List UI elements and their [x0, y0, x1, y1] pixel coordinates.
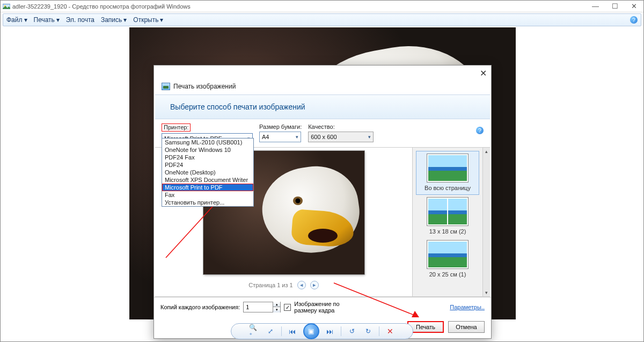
scroll-down-icon[interactable]: ▾	[483, 289, 490, 296]
dialog-help-icon[interactable]: ?	[476, 127, 484, 134]
quality-label: Качество:	[308, 123, 374, 130]
page-counter-text: Страница 1 из 1	[248, 282, 292, 288]
slideshow-button[interactable]: ▣	[303, 323, 319, 339]
next-page-button[interactable]: ►	[310, 281, 319, 289]
paper-size-combobox[interactable]: A4▾	[259, 132, 301, 142]
spinner-up-icon[interactable]: ▴	[273, 302, 280, 307]
zoom-button[interactable]: 🔍⁺	[249, 326, 260, 337]
paper-size-label: Размер бумаги:	[259, 123, 302, 130]
viewer-area: ✕ Печать изображений Выберите способ печ…	[1, 27, 643, 320]
window-titlebar: adler-3522239_1920 - Средство просмотра …	[1, 1, 643, 12]
next-image-button[interactable]: ⏭	[325, 326, 335, 337]
printer-dropdown-list: Samsung ML-2010 (USB001) OneNote for Win…	[162, 138, 254, 207]
dialog-close-button[interactable]: ✕	[480, 68, 487, 78]
menu-bar: Файл ▾ Печать ▾ Эл. почта Запись ▾ Откры…	[3, 13, 641, 26]
chevron-down-icon: ▾	[296, 134, 298, 140]
chevron-down-icon: ▾	[368, 134, 371, 140]
dialog-header: Печать изображений	[154, 81, 491, 94]
viewer-toolbar: 🔍⁺ ⤢ ⏮ ▣ ⏭ ↺ ↻ ✕	[231, 323, 413, 339]
dialog-title: Печать изображений	[173, 83, 236, 90]
window-maximize-button[interactable]: ☐	[612, 2, 618, 10]
menu-open[interactable]: Открыть ▾	[133, 16, 163, 24]
quality-combobox[interactable]: 600 x 600▾	[308, 132, 374, 142]
menu-file[interactable]: Файл ▾	[6, 16, 27, 24]
printer-option[interactable]: PDF24 Fax	[162, 154, 253, 161]
cancel-button[interactable]: Отмена	[448, 321, 485, 333]
printer-option[interactable]: OneNote for Windows 10	[162, 146, 253, 154]
menu-email[interactable]: Эл. почта	[66, 16, 94, 24]
layout-item-full-page[interactable]: Во всю страницу	[416, 151, 479, 195]
printer-option[interactable]: OneNote (Desktop)	[162, 169, 253, 176]
previous-image-button[interactable]: ⏮	[287, 326, 298, 337]
layout-templates-panel: Во всю страницу 13 x 18 см (2) 20 x 25 с…	[412, 148, 490, 296]
fit-frame-label: Изображение по размеру кадра	[294, 301, 348, 314]
copies-spinner[interactable]: ▴▾	[243, 302, 281, 312]
printer-option[interactable]: PDF24	[162, 161, 253, 169]
menu-burn[interactable]: Запись ▾	[101, 16, 127, 24]
layout-item-20x25[interactable]: 20 x 25 см (1)	[416, 238, 479, 281]
dialog-footer-options: Копий каждого изображения: ▴▾ ✓ Изображе…	[154, 297, 491, 317]
printer-option[interactable]: Fax	[162, 191, 253, 199]
copies-label: Копий каждого изображения:	[160, 304, 240, 310]
prev-page-button[interactable]: ◄	[297, 281, 306, 289]
copies-input[interactable]	[244, 304, 273, 310]
window-minimize-button[interactable]: —	[592, 2, 599, 10]
printer-option[interactable]: Установить принтер...	[162, 199, 253, 206]
dialog-banner: Выберите способ печати изображений	[155, 94, 490, 119]
print-pictures-icon	[162, 83, 170, 90]
app-icon	[3, 3, 10, 10]
help-icon[interactable]: ?	[630, 16, 638, 24]
window-close-button[interactable]: ✕	[631, 2, 637, 10]
actual-size-button[interactable]: ⤢	[265, 326, 276, 337]
spinner-down-icon[interactable]: ▾	[273, 307, 280, 312]
scroll-up-icon[interactable]: ▴	[483, 148, 490, 155]
delete-button[interactable]: ✕	[385, 326, 396, 337]
options-link[interactable]: Параметры..	[450, 304, 485, 310]
printer-option-selected[interactable]: Microsoft Print to PDF	[162, 184, 253, 191]
print-dialog: ✕ Печать изображений Выберите способ печ…	[153, 65, 492, 339]
layouts-scrollbar[interactable]: ▴ ▾	[482, 148, 490, 296]
rotate-right-button[interactable]: ↻	[363, 326, 374, 337]
layout-item-13x18[interactable]: 13 x 18 см (2)	[416, 195, 479, 238]
printer-label: Принтер:	[162, 123, 191, 132]
menu-print[interactable]: Печать ▾	[34, 16, 60, 24]
printer-option[interactable]: Microsoft XPS Document Writer	[162, 176, 253, 184]
printer-option[interactable]: Samsung ML-2010 (USB001)	[162, 139, 253, 146]
fit-frame-checkbox[interactable]: ✓	[284, 304, 291, 311]
rotate-left-button[interactable]: ↺	[347, 326, 357, 337]
window-title: adler-3522239_1920 - Средство просмотра …	[12, 3, 191, 10]
print-controls-row: Принтер: Microsoft Print to PDF▾ Размер …	[154, 119, 491, 145]
